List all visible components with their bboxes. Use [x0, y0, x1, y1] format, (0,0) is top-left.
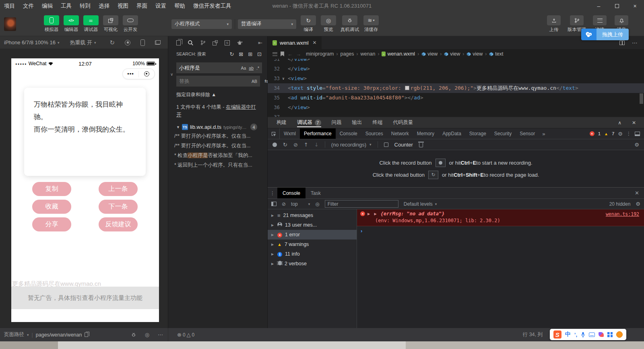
- split-editor-icon[interactable]: [619, 41, 625, 45]
- close-target-icon[interactable]: [139, 71, 155, 76]
- color-swatch[interactable]: [405, 86, 409, 90]
- tool-visual[interactable]: 可视化: [103, 15, 119, 33]
- breadcrumb-text[interactable]: text: [489, 51, 503, 57]
- new-search-editor-icon[interactable]: ⊞: [248, 51, 252, 57]
- extensions-icon[interactable]: [213, 40, 218, 45]
- devtools-tab-AppData[interactable]: AppData: [438, 128, 465, 139]
- devtools-tab-Sensor[interactable]: Sensor: [516, 128, 539, 139]
- phone-button-收藏[interactable]: 收藏: [32, 200, 71, 214]
- replace-input[interactable]: [179, 78, 250, 84]
- phone-button-分享[interactable]: 分享: [32, 217, 71, 231]
- git-branch-icon[interactable]: [200, 40, 206, 45]
- menu-选择[interactable]: 选择: [95, 0, 114, 12]
- menu-工具[interactable]: 工具: [57, 0, 76, 12]
- problems-summary[interactable]: ⊗ 0 △ 0: [168, 332, 194, 338]
- record-icon[interactable]: [436, 159, 446, 167]
- close-panel-icon[interactable]: ✕: [632, 120, 636, 126]
- record-icon[interactable]: [272, 142, 277, 147]
- scrollbar-thumb[interactable]: [640, 93, 643, 104]
- settings-gear-icon[interactable]: ⚙: [618, 131, 623, 137]
- menu-帮助[interactable]: 帮助: [170, 0, 189, 12]
- phone-button-下一条[interactable]: 下一条: [99, 200, 138, 214]
- console-filter-7 warnings[interactable]: ▶▲7 warnings: [268, 240, 357, 249]
- clear-console-icon[interactable]: ⊘: [282, 201, 286, 207]
- panel-tab-问题[interactable]: 问题: [332, 117, 342, 128]
- clear-results-icon[interactable]: ⊠: [239, 51, 243, 57]
- plugin-icon[interactable]: S: [225, 40, 230, 45]
- breadcrumb-pages[interactable]: pages: [340, 51, 354, 57]
- search-icon[interactable]: [188, 40, 194, 46]
- console-error-message[interactable]: ✕ ▶ ▶ {errMsg: "no ad data"} (env: Windo…: [357, 209, 644, 226]
- collapse-sidebar-icon[interactable]: ⇤: [258, 40, 262, 46]
- files-icon[interactable]: [176, 40, 181, 45]
- live-expression-icon[interactable]: ◎: [315, 201, 319, 207]
- more-tabs-icon[interactable]: »: [539, 128, 548, 139]
- search-input[interactable]: [179, 65, 239, 71]
- toggle-drawer-icon[interactable]: [635, 132, 640, 136]
- breadcrumb-wenan.wxml[interactable]: ‹›wenan.wxml: [382, 51, 415, 57]
- code-line-32[interactable]: 32</view>: [268, 64, 644, 74]
- phone-button-上一条[interactable]: 上一条: [99, 182, 138, 196]
- code-line-34[interactable]: 34<text style="font-size: 30rpx;color: r…: [268, 83, 644, 93]
- refresh-icon[interactable]: ↻: [109, 39, 115, 46]
- sogou-logo-icon[interactable]: S: [553, 330, 561, 339]
- search-result-row[interactable]: * 检查小程序是否被添加至「我的...: [168, 151, 267, 160]
- console-tab-Console[interactable]: Console: [277, 188, 305, 198]
- console-filter-21 messages[interactable]: ▶≡21 messages: [268, 211, 357, 220]
- kebab-menu-icon[interactable]: ⋮: [626, 131, 631, 136]
- tool-simulator[interactable]: 模拟器: [43, 15, 60, 33]
- tool-editor[interactable]: </> 编辑器: [63, 15, 79, 33]
- forward-icon[interactable]: →: [296, 51, 301, 57]
- panel-tab-输出[interactable]: 输出: [352, 117, 362, 128]
- preview-eye-icon[interactable]: ◎: [145, 332, 149, 338]
- menu-微信开发者工具[interactable]: 微信开发者工具: [189, 0, 235, 12]
- page-path-label[interactable]: 页面路径: [4, 331, 24, 338]
- whole-word-icon[interactable]: ab: [248, 65, 255, 71]
- expand-icon[interactable]: ▼: [176, 125, 180, 129]
- action-编译[interactable]: ↻ 编译: [300, 15, 316, 33]
- mode-dropdown[interactable]: 小程序模式 ▾: [171, 19, 232, 29]
- code-line-37[interactable]: 37: [268, 112, 644, 117]
- panel-tab-构建[interactable]: 构建: [277, 117, 287, 128]
- search-result-row[interactable]: * 返回到上一个小程序。只有在当...: [168, 160, 267, 170]
- panel-tab-代码质量[interactable]: 代码质量: [393, 117, 413, 128]
- back-icon[interactable]: ←: [287, 51, 293, 57]
- match-case-icon[interactable]: Aa: [239, 65, 247, 71]
- skin-icon[interactable]: [599, 332, 604, 337]
- console-filter-11 info[interactable]: ▶i11 info: [268, 249, 357, 259]
- breadcrumb-miniprogram[interactable]: miniprogram: [306, 51, 334, 57]
- keyboard-icon[interactable]: [589, 332, 595, 337]
- code-line-33[interactable]: 33∨<view>: [268, 74, 644, 83]
- outline-icon[interactable]: [272, 52, 277, 56]
- load-profile-icon[interactable]: ↑: [304, 142, 308, 148]
- devtools-tab-Storage[interactable]: Storage: [465, 128, 490, 139]
- devtools-tab-Memory[interactable]: Memory: [413, 128, 438, 139]
- error-source-link[interactable]: wenan.ts:192: [606, 211, 639, 217]
- menu-界面[interactable]: 界面: [132, 0, 151, 12]
- filter-input[interactable]: [325, 200, 398, 208]
- action-清缓存[interactable]: ≋▾ 清缓存: [363, 15, 379, 33]
- multi-window-icon[interactable]: [155, 40, 161, 45]
- fold-icon[interactable]: ∨: [280, 74, 287, 83]
- devtools-tab-Performance[interactable]: Performance: [300, 128, 336, 139]
- cursor-position[interactable]: 行 34, 列: [523, 331, 543, 338]
- regex-icon[interactable]: .*: [255, 65, 260, 71]
- refresh-search-icon[interactable]: ↻: [229, 51, 234, 57]
- save-profile-icon[interactable]: ↓: [314, 142, 319, 148]
- toolbox-icon[interactable]: [607, 332, 613, 337]
- code-line-35[interactable]: 35<ad unit-id="adunit-8aa233a104548f80">…: [268, 93, 644, 103]
- action-真机调试[interactable]: 真机调试: [341, 15, 359, 33]
- maximize-button[interactable]: [608, 0, 626, 12]
- drawer-kebab-icon[interactable]: ⋮: [268, 188, 277, 198]
- console-filter-1 error[interactable]: ▶✕1 error: [268, 230, 357, 240]
- device-selector[interactable]: iPhone 6/7/8 100% 16 ▾: [4, 39, 59, 45]
- trash-icon[interactable]: [419, 143, 423, 147]
- collapse-panel-icon[interactable]: ∧: [618, 120, 621, 126]
- devtools-tab-Wxml[interactable]: Wxml: [280, 128, 300, 139]
- emoji-icon[interactable]: [616, 331, 623, 338]
- menu-编辑[interactable]: 编辑: [38, 0, 57, 12]
- copy-path-icon[interactable]: [85, 332, 88, 337]
- recordings-dropdown[interactable]: (no recordings) ▾: [331, 142, 372, 148]
- close-button[interactable]: ×: [626, 0, 644, 12]
- inspect-icon[interactable]: [268, 128, 280, 139]
